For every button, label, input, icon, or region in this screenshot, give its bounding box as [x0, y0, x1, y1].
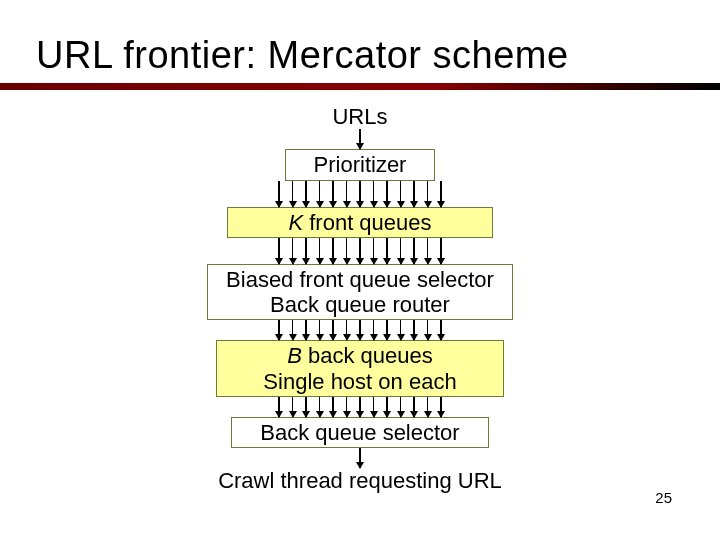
title-rule: [0, 83, 720, 90]
selector-router-line1: Biased front queue selector: [226, 267, 494, 292]
front-queues-box: K front queues: [227, 207, 492, 238]
prioritizer-box: Prioritizer: [285, 149, 436, 180]
page-title: URL frontier: Mercator scheme: [36, 34, 684, 77]
slide: URL frontier: Mercator scheme URLs Prior…: [0, 0, 720, 540]
arrow-fan-icon: [278, 181, 442, 207]
back-queues-box: B back queues Single host on each: [216, 340, 503, 397]
page-number: 25: [655, 489, 672, 506]
back-queues-b: B: [287, 343, 302, 368]
back-queues-text: back queues: [302, 343, 433, 368]
front-queues-k: K: [288, 210, 303, 235]
selector-router-box: Biased front queue selector Back queue r…: [207, 264, 513, 321]
front-queues-text: front queues: [303, 210, 431, 235]
back-queues-line2: Single host on each: [263, 369, 456, 394]
mercator-diagram: URLs Prioritizer K front queues Biased f…: [36, 104, 684, 494]
urls-label: URLs: [332, 104, 387, 129]
back-selector-box: Back queue selector: [231, 417, 488, 448]
selector-router-line2: Back queue router: [226, 292, 494, 317]
arrow-down-icon: [359, 448, 361, 468]
crawl-thread-label: Crawl thread requesting URL: [218, 468, 502, 493]
arrow-fan-icon: [278, 320, 442, 340]
arrow-fan-icon: [278, 238, 442, 264]
arrow-down-icon: [359, 129, 361, 149]
arrow-fan-icon: [278, 397, 442, 417]
